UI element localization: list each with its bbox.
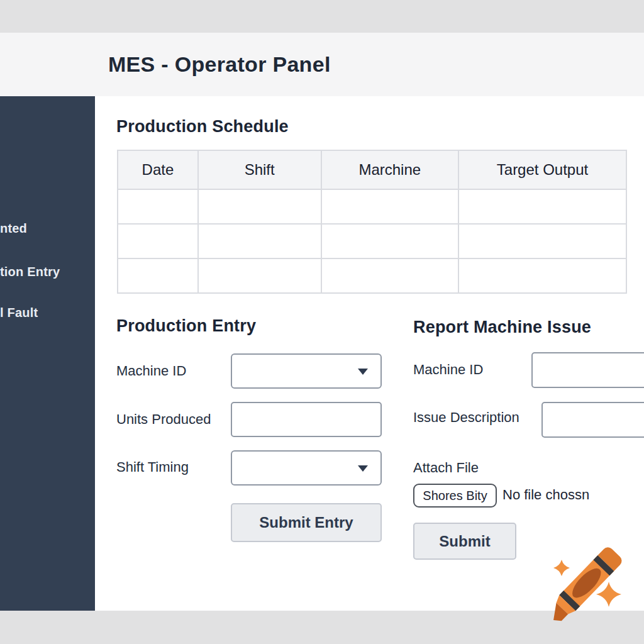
report-machine-id-label: Machine ID — [413, 362, 483, 378]
table-row — [118, 189, 626, 224]
app-header: MES - Operator Panel — [0, 33, 644, 96]
column-header-date: Date — [118, 150, 198, 189]
sidebar-item-fault[interactable]: l Fault — [0, 306, 38, 320]
issue-description-input[interactable] — [541, 402, 644, 438]
units-produced-label: Units Produced — [116, 411, 211, 428]
shift-timing-label: Shift Timing — [116, 459, 189, 475]
production-schedule-table: Date Shift Marchine Target Output — [117, 150, 627, 294]
file-status-text: No file chossn — [502, 487, 589, 503]
table-cell — [198, 224, 321, 258]
units-produced-input[interactable] — [231, 402, 382, 437]
sidebar-item-production-entry[interactable]: tion Entry — [0, 265, 60, 279]
machine-id-select[interactable] — [231, 353, 382, 389]
table-header-row: Date Shift Marchine Target Output — [118, 150, 626, 189]
table-cell — [321, 258, 458, 293]
column-header-target-output: Target Output — [458, 150, 626, 189]
section-title-production-schedule: Production Schedule — [116, 117, 289, 136]
attach-file-label: Attach File — [413, 460, 479, 476]
table-cell — [458, 258, 626, 293]
submit-entry-button[interactable]: Submit Entry — [231, 503, 382, 542]
table-cell — [198, 189, 321, 224]
crayon-icon — [535, 535, 635, 635]
section-title-production-entry: Production Entry — [116, 316, 256, 336]
app-window: MES - Operator Panel nted tion Entry l F… — [0, 0, 644, 644]
column-header-shift: Shift — [198, 150, 321, 189]
table-cell — [118, 258, 198, 293]
chevron-down-icon — [358, 369, 368, 375]
sidebar-item-nted[interactable]: nted — [0, 221, 27, 236]
column-header-machine: Marchine — [321, 150, 458, 189]
table-cell — [458, 224, 626, 258]
choose-file-button[interactable]: Shores Bity — [413, 484, 497, 508]
table-cell — [321, 224, 458, 258]
table-cell — [198, 258, 321, 293]
table-row — [118, 224, 626, 258]
table-cell — [118, 224, 198, 258]
table-row — [118, 258, 626, 293]
app-title: MES - Operator Panel — [108, 52, 331, 77]
table-cell — [321, 189, 458, 224]
sidebar: nted tion Entry l Fault — [0, 96, 95, 611]
section-title-report-machine-issue: Report Machine Issue — [413, 318, 591, 337]
table-cell — [118, 189, 198, 224]
report-machine-id-input[interactable] — [531, 352, 644, 388]
top-band — [0, 0, 644, 33]
chevron-down-icon — [358, 465, 368, 472]
table-cell — [458, 189, 626, 224]
issue-description-label: Issue Description — [413, 409, 519, 426]
machine-id-label: Machine ID — [116, 363, 186, 379]
submit-issue-button[interactable]: Submit — [413, 523, 516, 560]
shift-timing-select[interactable] — [231, 450, 382, 486]
sparkle-icon — [553, 560, 570, 576]
